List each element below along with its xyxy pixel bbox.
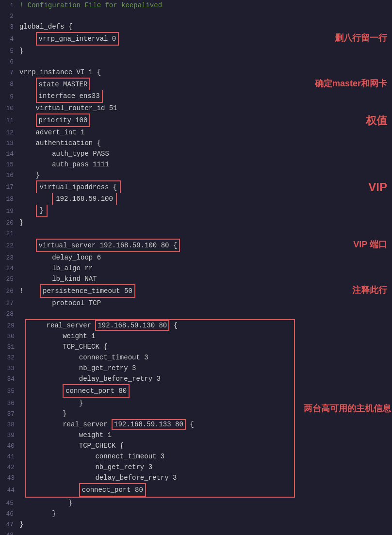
line-content-11: priority 100 — [19, 113, 392, 127]
line-num-2: 2 — [0, 13, 19, 20]
annotation-line17: VIP — [368, 180, 387, 194]
line-content-7: vrrp_instance VI 1 { — [19, 67, 392, 78]
line-content-15: auth_pass 1111 — [19, 159, 392, 170]
line-num-38: 38 — [1, 421, 20, 428]
line-16: 16 } — [0, 170, 392, 180]
line-num-26: 26 — [0, 288, 19, 295]
line-6: 6 — [0, 56, 392, 67]
line-content-33: nb_get_retry 3 — [26, 363, 294, 373]
line-38: 38 real_server 192.168.59.133 80 { — [26, 419, 294, 430]
line-30: 30 weight 1 — [26, 331, 294, 341]
annotation-line22: VIP 端口 — [353, 239, 387, 250]
line-num-3: 3 — [0, 23, 19, 31]
line-content-35: connect_port 80 — [26, 384, 294, 398]
line-27: 27 protocol TCP — [0, 298, 392, 308]
line-num-30: 30 — [1, 333, 20, 340]
line-num-47: 47 — [0, 521, 19, 528]
line-content-34: delay_before_retry 3 — [26, 373, 294, 384]
line-43: 43 delay_before_retry 3 — [26, 472, 294, 483]
line-content-17: virtual_ipaddress { — [19, 180, 392, 193]
line-num-10: 10 — [0, 105, 19, 112]
line-content-23: delay_loop 6 — [19, 252, 392, 263]
line-7: 7 vrrp_instance VI 1 { — [0, 67, 392, 78]
line-content-16: } — [19, 170, 392, 180]
line-48: 48 — [0, 530, 392, 535]
line-content-48 — [19, 530, 392, 535]
line-num-29: 29 — [1, 322, 20, 329]
line-42: 42 nb_get_retry 3 — [26, 462, 294, 472]
line-content-18: 192.168.59.100 — [19, 193, 392, 205]
line-content-30: weight 1 — [26, 331, 294, 341]
line-content-2 — [19, 11, 392, 21]
line-num-4: 4 — [0, 35, 19, 43]
line-num-42: 42 — [1, 464, 20, 471]
annotation-line4: 删八行留一行 — [335, 32, 387, 44]
line-8: 8 state MASTER 确定master和网卡 — [0, 78, 392, 90]
annotation-real-server: 两台高可用的主机信息 — [304, 403, 391, 414]
line-num-35: 35 — [1, 388, 20, 395]
line-num-39: 39 — [1, 432, 20, 439]
line-content-6 — [19, 56, 392, 67]
line-num-34: 34 — [1, 375, 20, 383]
line-num-20: 20 — [0, 219, 19, 227]
line-11: 11 priority 100 权值 — [0, 113, 392, 127]
line-content-47: } — [19, 519, 392, 530]
line-41: 41 connect_timeout 3 — [26, 451, 294, 462]
line-num-8: 8 — [0, 81, 19, 88]
line-2: 2 — [0, 11, 392, 21]
line-content-45: } — [19, 498, 392, 508]
line-31: 31 TCP_CHECK { — [26, 341, 294, 352]
line-content-13: authentication { — [19, 138, 392, 148]
annotation-line8: 确定master和网卡 — [315, 78, 387, 89]
line-34: 34 delay_before_retry 3 — [26, 373, 294, 384]
line-num-48: 48 — [0, 532, 19, 535]
line-content-12: advert_int 1 — [19, 127, 392, 138]
line-37: 37 } — [26, 408, 294, 419]
line-num-16: 16 — [0, 172, 19, 179]
line-35: 35 connect_port 80 — [26, 384, 294, 398]
line-content-1: ! Configuration File for keepalived — [19, 0, 392, 11]
line-num-12: 12 — [0, 129, 19, 136]
annotation-line11: 权值 — [366, 113, 387, 128]
line-num-22: 22 — [0, 242, 19, 249]
line-content-19: } — [19, 205, 392, 217]
line-content-3: global_defs { — [19, 21, 392, 32]
line-num-1: 1 — [0, 2, 19, 9]
line-21: 21 — [0, 228, 392, 239]
line-content-42: nb_get_retry 3 — [26, 462, 294, 472]
line-num-6: 6 — [0, 58, 19, 65]
line-19: 19 } — [0, 205, 392, 217]
line-39: 39 weight 1 — [26, 430, 294, 440]
line-num-25: 25 — [0, 276, 19, 283]
line-46: 46 } — [0, 508, 392, 519]
line-32: 32 connect_timeout 3 — [26, 352, 294, 363]
line-num-7: 7 — [0, 69, 19, 76]
line-14: 14 auth_type PASS — [0, 148, 392, 159]
line-content-32: connect_timeout 3 — [26, 352, 294, 363]
line-num-5: 5 — [0, 48, 19, 55]
line-num-44: 44 — [1, 486, 20, 494]
line-content-25: lb_kind NAT — [19, 274, 392, 284]
line-content-29: real_server 192.168.59.130 80 { — [26, 320, 294, 331]
line-content-28 — [19, 308, 392, 319]
line-3: 3 global_defs { — [0, 21, 392, 32]
line-content-38: real_server 192.168.59.133 80 { — [26, 419, 294, 430]
line-content-20: } — [19, 217, 392, 228]
line-num-46: 46 — [0, 510, 19, 518]
line-47: 47 } — [0, 519, 392, 530]
line-num-43: 43 — [1, 474, 20, 482]
line-45: 45 } — [0, 498, 392, 508]
line-num-24: 24 — [0, 265, 19, 272]
line-5: 5 } — [0, 46, 392, 56]
line-num-36: 36 — [1, 400, 20, 407]
line-content-44: connect_port 80 — [26, 483, 294, 497]
line-content-10: virtual_router_id 51 — [19, 103, 392, 113]
line-num-14: 14 — [0, 150, 19, 158]
line-num-45: 45 — [0, 500, 19, 507]
line-20: 20 } — [0, 217, 392, 228]
line-28: 28 — [0, 308, 392, 319]
line-4: 4 vrrp_gna_interval 0 删八行留一行 — [0, 32, 392, 46]
line-num-11: 11 — [0, 117, 19, 124]
line-24: 24 lb_algo rr — [0, 263, 392, 274]
line-content-5: } — [19, 46, 392, 56]
